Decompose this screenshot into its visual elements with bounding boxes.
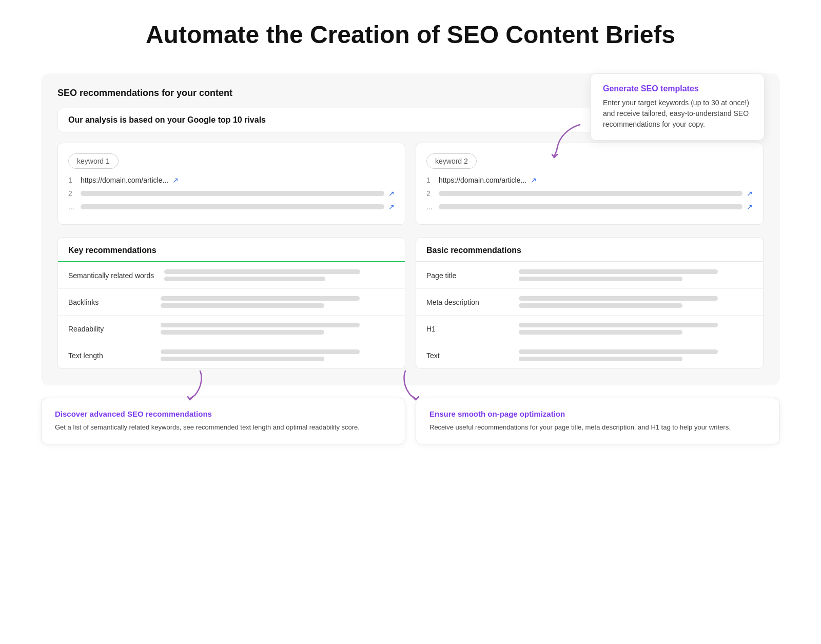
url-text: https://domain.com/article...	[81, 176, 168, 184]
reco-bars	[164, 269, 395, 281]
reco-row-backlinks: Backlinks	[58, 289, 405, 316]
reco-bars	[161, 296, 395, 308]
keyword1-row-dots: ... ↗	[68, 203, 395, 211]
tooltip-on-page-optimization: Ensure smooth on-page optimization Recei…	[416, 398, 780, 444]
reco-label: Meta description	[426, 298, 509, 306]
row-num: 1	[426, 176, 435, 184]
reco-row-text: Text	[416, 342, 763, 368]
reco-bar-bottom	[519, 357, 682, 361]
reco-label: Readability	[68, 325, 150, 333]
external-link-icon[interactable]: ↗	[388, 189, 395, 198]
reco-bars	[161, 349, 395, 361]
external-link-icon[interactable]: ↗	[388, 203, 395, 211]
reco-bars	[519, 269, 753, 281]
reco-bar-bottom	[161, 303, 324, 308]
tooltip-generate-body: Enter your target keywords (up to 30 at …	[603, 97, 752, 130]
reco-bar-bottom	[519, 277, 682, 281]
keyword1-row-1: 1 https://domain.com/article... ↗	[68, 176, 395, 184]
reco-bar-bottom	[161, 330, 324, 335]
reco-bar-top	[519, 269, 718, 274]
reco-bar-bottom	[161, 357, 324, 361]
arrow-basic-reco	[390, 367, 431, 405]
url-text: https://domain.com/article...	[439, 176, 526, 184]
page-content: Generate SEO templates Enter your target…	[41, 73, 780, 444]
keyword1-row-2: 2 ↗	[68, 189, 395, 198]
key-recommendations-card: Key recommendations Semantically related…	[57, 237, 405, 369]
keyword-col-1: keyword 1 1 https://domain.com/article..…	[57, 143, 405, 225]
keywords-grid: keyword 1 1 https://domain.com/article..…	[57, 143, 764, 225]
reco-bars	[519, 323, 753, 335]
reco-bar-top	[161, 323, 360, 327]
tooltip-advanced-seo: Discover advanced SEO recommendations Ge…	[41, 398, 405, 444]
row-num: 2	[68, 189, 76, 198]
placeholder-bar	[439, 191, 742, 196]
reco-bar-top	[519, 349, 718, 354]
reco-bar-top	[161, 296, 360, 301]
reco-bar-bottom	[519, 330, 682, 335]
keyword2-row-2: 2 ↗	[426, 189, 753, 198]
placeholder-bar	[81, 204, 384, 209]
external-link-icon[interactable]: ↗	[531, 176, 537, 184]
reco-label: Page title	[426, 271, 509, 280]
reco-row-page-title: Page title	[416, 262, 763, 289]
reco-label: Backlinks	[68, 298, 150, 306]
keyword-col-2: keyword 2 1 https://domain.com/article..…	[416, 143, 764, 225]
reco-label: Semantically related words	[68, 271, 154, 280]
bottom-section: Discover advanced SEO recommendations Ge…	[41, 398, 780, 444]
external-link-icon[interactable]: ↗	[747, 203, 753, 211]
arrow-tooltip-to-card	[549, 120, 585, 163]
reco-bars	[161, 323, 395, 335]
basic-recommendations-header: Basic recommendations	[416, 238, 763, 262]
keyword2-row-1: 1 https://domain.com/article... ↗	[426, 176, 753, 184]
keyword-badge-2: keyword 2	[426, 153, 477, 169]
placeholder-bar	[439, 204, 742, 209]
external-link-icon[interactable]: ↗	[747, 189, 753, 198]
reco-row-meta-description: Meta description	[416, 289, 763, 316]
placeholder-bar	[81, 191, 384, 196]
reco-row-h1: H1	[416, 316, 763, 342]
reco-label: H1	[426, 325, 509, 333]
reco-bar-bottom	[164, 277, 325, 281]
row-num: 2	[426, 189, 435, 198]
reco-label: Text	[426, 352, 509, 360]
recommendations-grid: Key recommendations Semantically related…	[57, 237, 764, 369]
reco-bar-top	[161, 349, 360, 354]
tooltip-optimization-body: Receive useful recommendations for your …	[429, 422, 766, 433]
reco-bar-top	[519, 323, 718, 327]
row-num: ...	[426, 203, 435, 211]
page-title: Automate the Creation of SEO Content Bri…	[41, 21, 780, 49]
row-num: 1	[68, 176, 76, 184]
reco-row-readability: Readability	[58, 316, 405, 342]
reco-bar-top	[519, 296, 718, 301]
reco-bars	[519, 349, 753, 361]
external-link-icon[interactable]: ↗	[172, 176, 179, 184]
basic-recommendations-card: Basic recommendations Page title Meta de…	[416, 237, 764, 369]
tooltip-optimization-title: Ensure smooth on-page optimization	[429, 409, 766, 418]
reco-row-text-length: Text length	[58, 342, 405, 368]
arrow-key-reco	[174, 367, 216, 405]
tooltip-generate-seo: Generate SEO templates Enter your target…	[590, 73, 765, 141]
row-num: ...	[68, 203, 76, 211]
reco-label: Text length	[68, 352, 150, 360]
reco-bars	[519, 296, 753, 308]
tooltip-advanced-title: Discover advanced SEO recommendations	[55, 409, 392, 418]
tooltip-generate-title: Generate SEO templates	[603, 84, 752, 93]
key-recommendations-header: Key recommendations	[58, 238, 405, 262]
reco-bar-bottom	[519, 303, 682, 308]
tooltip-advanced-body: Get a list of semantically related keywo…	[55, 422, 392, 433]
keyword-badge-1: keyword 1	[68, 153, 119, 169]
reco-bar-top	[164, 269, 360, 274]
keyword2-row-dots: ... ↗	[426, 203, 753, 211]
reco-row-semantic: Semantically related words	[58, 262, 405, 289]
